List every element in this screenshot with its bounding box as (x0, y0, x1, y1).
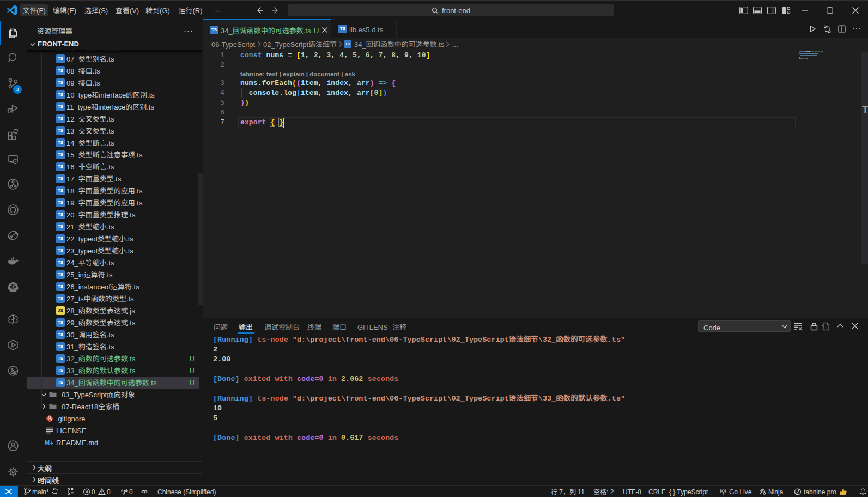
svg-text:M: M (45, 439, 50, 446)
